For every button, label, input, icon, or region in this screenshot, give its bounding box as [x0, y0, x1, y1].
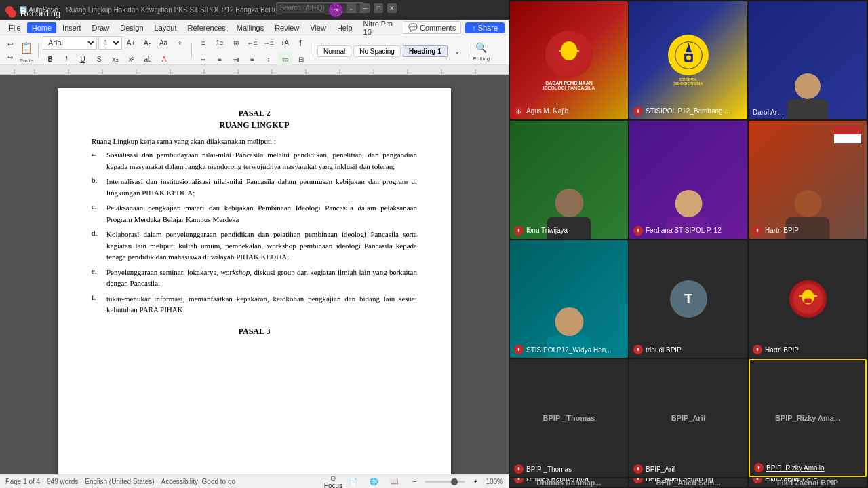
search-btn[interactable]: 🔍: [474, 40, 489, 55]
menu-view[interactable]: View: [305, 22, 331, 33]
focus-btn[interactable]: ⊙ Focus: [326, 474, 340, 489]
participant-cell-hartri2[interactable]: Hartri BPIP: [749, 240, 867, 358]
participant-cell-darol[interactable]: Darol Arkum: [749, 1, 867, 119]
list-item: a. Sosialisasi dan pembudayaan nilai-nil…: [92, 149, 417, 172]
menu-layout[interactable]: Layout: [150, 22, 182, 33]
font-size-select[interactable]: 12: [98, 36, 122, 50]
maximize-btn[interactable]: □: [374, 3, 383, 13]
darol-video: [749, 1, 867, 119]
italic-btn[interactable]: I: [59, 52, 74, 67]
zoom-out-btn[interactable]: −: [407, 474, 422, 489]
menu-review[interactable]: Review: [270, 22, 304, 33]
divider2: [191, 44, 192, 58]
participant-cell-bpip-rizky[interactable]: BPIP_Rizky Ama... BPIP_Rizky Amalia: [749, 359, 867, 477]
superscript-btn[interactable]: x²: [124, 52, 139, 67]
font-shrink-btn[interactable]: A-: [140, 35, 155, 50]
agus-mic-icon: [514, 107, 524, 116]
sort-btn[interactable]: ↕A: [277, 35, 292, 50]
subscript-btn[interactable]: x₂: [108, 52, 123, 67]
menu-insert[interactable]: Insert: [58, 22, 86, 33]
clipboard-group: ↩ ↪: [4, 39, 16, 64]
style-no-spacing[interactable]: No Spacing: [353, 45, 401, 57]
menu-references[interactable]: References: [183, 22, 231, 33]
menu-help[interactable]: Help: [332, 22, 357, 33]
list-number-btn[interactable]: 1≡: [212, 35, 227, 50]
bpip-thomas-display-name: BPIP _Thomas: [543, 414, 595, 422]
zoom-slider[interactable]: [425, 481, 465, 483]
menu-home[interactable]: Home: [27, 22, 56, 33]
style-normal[interactable]: Normal: [317, 45, 351, 57]
search-box-btn[interactable]: [315, 3, 325, 13]
share-button[interactable]: ↑ Share: [465, 22, 505, 33]
participant-cell-hartri[interactable]: Hartri BPIP: [749, 121, 867, 239]
align-left-btn[interactable]: ⫤: [196, 52, 211, 67]
indent-decrease-btn[interactable]: ←≡: [245, 35, 260, 50]
widya-head: [555, 307, 583, 336]
print-layout-btn[interactable]: 📄: [346, 474, 361, 489]
zoom-in-btn[interactable]: +: [468, 474, 483, 489]
align-justify-btn[interactable]: ≡: [245, 52, 260, 67]
shading-btn[interactable]: ▭: [277, 52, 292, 67]
redo-btn[interactable]: ↪: [4, 52, 16, 64]
list-bullet-btn[interactable]: ≡: [196, 35, 211, 50]
doc-intro: Ruang Lingkup kerja sama yang akan dilak…: [92, 137, 417, 145]
clear-format-btn[interactable]: ✧: [172, 35, 187, 50]
font-case-btn[interactable]: Aa: [156, 35, 171, 50]
indent-increase-btn[interactable]: →≡: [261, 35, 276, 50]
align-center-btn[interactable]: ≡: [212, 52, 227, 67]
tribudi-mic-svg: [635, 347, 641, 352]
darol-name: Darol Arkum: [753, 109, 787, 116]
font-color-btn[interactable]: A: [157, 52, 172, 67]
participant-cell-agus[interactable]: BADAN PEMBINAANIDEOLOGI PANCASILA Agus M…: [510, 1, 628, 119]
divider3: [313, 44, 313, 58]
show-hide-btn[interactable]: ¶: [294, 35, 309, 50]
menu-mailings[interactable]: Mailings: [232, 22, 269, 33]
styles-more-btn[interactable]: ⌄: [450, 43, 465, 58]
font-family-select[interactable]: Arial: [43, 36, 97, 50]
status-bar: Page 1 of 4 949 words English (United St…: [0, 474, 509, 488]
pasal2-heading: PASAL 2: [92, 109, 417, 119]
menu-draw[interactable]: Draw: [87, 22, 115, 33]
participant-cell-tribudi[interactable]: T tribudi BPIP: [629, 240, 747, 358]
participant-cell-fikri[interactable]: Fikri Zaenal BPIP Fikri Zaenal BPIP: [749, 478, 867, 487]
underline-btn[interactable]: U: [75, 52, 90, 67]
participant-cell-bpip-thomas[interactable]: BPIP _Thomas BPIP _Thomas: [510, 359, 628, 477]
recording-badge: Recording: [8, 8, 60, 18]
style-heading1[interactable]: Heading 1: [403, 45, 448, 57]
minimize-btn[interactable]: ─: [360, 3, 370, 13]
read-mode-btn[interactable]: 📖: [387, 474, 401, 489]
border-btn[interactable]: ⊟: [294, 52, 309, 67]
paste-btn[interactable]: 📋: [19, 39, 34, 58]
list-marker-e: e.: [92, 267, 102, 289]
participant-cell-dhimas[interactable]: Dhimas Rahmap... Dhimas Rahmaputra: [510, 478, 628, 487]
participant-cell-ibnu[interactable]: Ibnu Triwijaya: [510, 121, 628, 239]
menu-design[interactable]: Design: [115, 22, 148, 33]
undo-btn[interactable]: ↩: [4, 39, 16, 51]
agus-emblem-label: BADAN PEMBINAANIDEOLOGI PANCASILA: [543, 81, 595, 90]
participant-cell-bpip-arif[interactable]: BPIP_Arif BPIP_Arif: [629, 359, 747, 477]
web-layout-btn[interactable]: 🌐: [366, 474, 381, 489]
bold-btn[interactable]: B: [43, 52, 58, 67]
list-multilevel-btn[interactable]: ⊞: [229, 35, 243, 50]
ribbon-btn[interactable]: ⌄: [347, 3, 356, 13]
bpip-abed-name: BPIP_Abed Sembiring: [646, 478, 713, 483]
line-spacing-btn[interactable]: ↕: [261, 52, 276, 67]
align-right-btn[interactable]: ⫥: [229, 52, 243, 67]
list-marker-f: f.: [92, 293, 102, 316]
document-area[interactable]: PASAL 2 RUANG LINGKUP Ruang Lingkup kerj…: [0, 75, 509, 474]
close-btn[interactable]: ✕: [387, 3, 397, 13]
menu-file[interactable]: File: [4, 22, 26, 33]
styles-group: Normal No Spacing Heading 1 ⌄: [317, 43, 465, 58]
strikethrough-btn[interactable]: S: [92, 52, 106, 67]
comments-button[interactable]: 💬 Comments: [403, 21, 461, 34]
participant-cell-stisipol[interactable]: STISIPOLSE-INDONESIA STISIPOL P12_Bamban…: [629, 1, 747, 119]
widya-mic-svg: [516, 347, 521, 352]
hartri2-name: Hartri BPIP: [765, 346, 799, 354]
participant-cell-widya[interactable]: STISIPOLP12_Widya Han...: [510, 240, 628, 358]
menu-nitro[interactable]: Nitro Pro 10: [359, 18, 401, 37]
highlight-btn[interactable]: ab: [140, 52, 155, 67]
participant-cell-bpip-abed[interactable]: BPIP_Abed Sem... BPIP_Abed Sembiring: [629, 478, 747, 487]
account-btn[interactable]: ra: [329, 3, 342, 17]
font-grow-btn[interactable]: A+: [123, 35, 138, 50]
participant-cell-ferdiana[interactable]: Ferdiana STISIPOL P. 12: [629, 121, 747, 239]
